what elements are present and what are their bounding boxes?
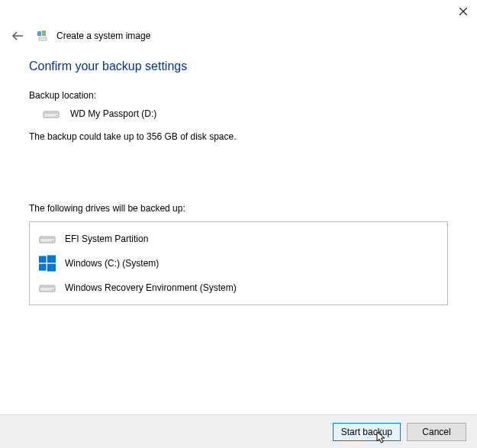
close-button[interactable]	[459, 7, 468, 16]
svg-rect-5	[39, 37, 47, 40]
titlebar	[0, 0, 477, 23]
drives-list: EFI System Partition Windows (C:) (Syste…	[29, 221, 448, 305]
svg-rect-10	[40, 237, 55, 239]
page-heading: Confirm your backup settings	[29, 60, 448, 73]
app-icon	[37, 30, 49, 42]
svg-rect-4	[42, 31, 46, 36]
backup-location-label: Backup location:	[29, 90, 448, 101]
close-icon	[459, 8, 467, 15]
svg-rect-13	[47, 255, 56, 263]
svg-rect-17	[40, 285, 55, 288]
svg-rect-15	[47, 264, 56, 272]
back-button[interactable]	[11, 29, 24, 43]
svg-rect-14	[39, 264, 47, 271]
list-item: Windows (C:) (System)	[37, 251, 440, 276]
back-arrow-icon	[11, 31, 24, 41]
backup-location-row: WD My Passport (D:)	[43, 108, 448, 119]
button-row: Start backup Cancel	[0, 414, 477, 448]
svg-point-8	[56, 115, 57, 117]
svg-rect-7	[44, 111, 59, 114]
svg-point-18	[52, 289, 53, 291]
drives-list-label: The following drives will be backed up:	[29, 203, 448, 214]
backup-size-text: The backup could take up to 356 GB of di…	[29, 131, 448, 142]
svg-point-11	[52, 240, 53, 242]
hdd-icon	[39, 233, 56, 245]
drive-name: Windows (C:) (System)	[65, 258, 159, 269]
drive-name: EFI System Partition	[65, 234, 148, 244]
drive-icon	[43, 108, 60, 119]
svg-rect-12	[39, 256, 47, 263]
header-title: Create a system image	[56, 31, 150, 41]
header: Create a system image	[0, 23, 477, 52]
start-backup-button[interactable]: Start backup	[333, 423, 401, 441]
svg-rect-3	[37, 31, 41, 36]
windows-icon	[39, 257, 56, 269]
list-item: EFI System Partition	[37, 227, 440, 251]
cancel-button[interactable]: Cancel	[407, 423, 466, 441]
content-area: Confirm your backup settings Backup loca…	[0, 52, 477, 305]
hdd-icon	[39, 282, 56, 294]
list-item: Windows Recovery Environment (System)	[37, 276, 440, 300]
drive-name: Windows Recovery Environment (System)	[65, 282, 237, 293]
backup-location-value: WD My Passport (D:)	[70, 108, 156, 119]
